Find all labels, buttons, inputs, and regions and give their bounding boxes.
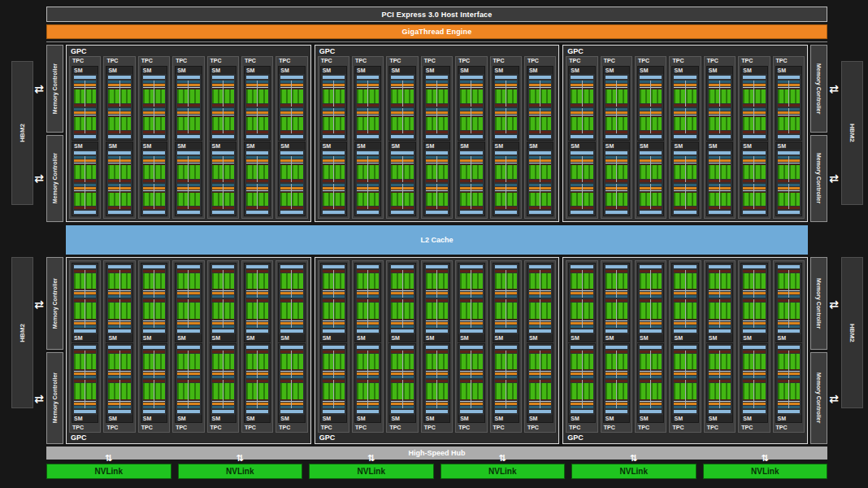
- core-array: [74, 384, 85, 401]
- processing-block: [789, 184, 800, 210]
- load-store-texture-bar: [674, 300, 684, 303]
- processing-block: [778, 184, 788, 210]
- register-file-bar: [177, 156, 188, 159]
- warp-scheduler-bar: [108, 293, 119, 295]
- load-store-texture-bar: [754, 207, 765, 209]
- dispatch-line: [391, 372, 401, 373]
- register-file-bar: [143, 108, 154, 111]
- processing-block-row: [674, 351, 696, 379]
- load-store-texture-bar: [224, 351, 234, 353]
- warp-scheduler-bar: [789, 84, 800, 86]
- load-store-texture-bar: [617, 351, 627, 353]
- sm-label: SM: [458, 415, 484, 422]
- load-store-texture-bar: [720, 180, 731, 182]
- warp-scheduler-bar: [617, 84, 627, 86]
- register-file-bar: [709, 406, 719, 408]
- processing-block-row: [280, 381, 302, 409]
- warp-scheduler-bar: [224, 159, 234, 162]
- processing-block: [651, 351, 662, 379]
- memory-bidirectional-arrow-icon: ⇄: [827, 298, 841, 310]
- warp-scheduler-bar: [495, 322, 506, 325]
- core-array: [74, 192, 85, 207]
- warp-scheduler-bar: [189, 84, 199, 86]
- dispatch-line: [437, 115, 448, 115]
- core-array: [460, 384, 471, 401]
- core-array: [323, 303, 333, 320]
- core-array: [334, 354, 345, 371]
- core-array: [743, 384, 753, 401]
- chip-outline-top: [46, 41, 827, 42]
- processing-block: [471, 270, 482, 298]
- core-array: [85, 192, 96, 207]
- processing-block: [529, 184, 540, 210]
- processing-block: [154, 156, 165, 182]
- dispatch-line: [437, 190, 448, 191]
- processing-block-row: [426, 351, 448, 379]
- core-array: [789, 89, 800, 103]
- sm-label: SM: [638, 334, 663, 342]
- warp-scheduler-bar: [368, 403, 379, 405]
- core-array: [778, 384, 788, 401]
- processing-block: [674, 108, 684, 134]
- core-array: [605, 192, 616, 207]
- processing-block: [143, 381, 154, 409]
- warp-scheduler-bar: [177, 373, 188, 376]
- sm-block: SM: [106, 343, 132, 423]
- sm-label: SM: [355, 334, 380, 342]
- warp-scheduler-bar: [334, 322, 345, 325]
- processing-block-row: [674, 270, 696, 298]
- core-array: [583, 192, 593, 207]
- processing-block-row: [778, 156, 800, 182]
- load-store-texture-bar: [583, 300, 593, 303]
- warp-scheduler-bar: [391, 322, 401, 325]
- load-store-texture-bar: [85, 104, 96, 107]
- core-array: [357, 89, 367, 103]
- register-file-bar: [686, 184, 697, 186]
- dispatch-line: [651, 372, 662, 373]
- chip-core-area: Memory ControllerMemory ControllerMemory…: [46, 45, 827, 444]
- core-array: [154, 89, 165, 103]
- sm-label: SM: [493, 334, 519, 342]
- register-file-bar: [426, 325, 436, 328]
- shared-memory-cache-bar: [709, 265, 731, 268]
- load-store-texture-bar: [686, 131, 697, 133]
- core-array: [651, 164, 662, 179]
- instruction-cache-bar: [357, 329, 379, 333]
- register-file-bar: [471, 81, 482, 83]
- sm-internals: [210, 344, 236, 415]
- processing-block: [280, 108, 291, 134]
- warp-scheduler-bar: [224, 322, 234, 325]
- tpc-label: TPC: [740, 424, 767, 432]
- shared-memory-cache-bar: [357, 211, 379, 214]
- warp-scheduler-bar: [120, 322, 131, 325]
- dispatch-line: [720, 320, 731, 321]
- core-array: [154, 354, 165, 371]
- dispatch-line: [709, 115, 719, 115]
- load-store-texture-bar: [292, 351, 302, 353]
- core-array: [778, 303, 788, 320]
- load-store-texture-bar: [506, 207, 517, 209]
- load-store-texture-bar: [778, 131, 788, 133]
- sm-label: SM: [141, 334, 167, 342]
- sm-internals: [707, 150, 732, 216]
- dispatch-line: [495, 291, 506, 292]
- gpc-block: GPCTPCSMSMTPCSMSMTPCSMSMTPCSMSMTPCSMSMTP…: [66, 257, 311, 444]
- register-file-bar: [789, 377, 800, 379]
- processing-block: [74, 300, 85, 329]
- register-file-bar: [224, 184, 234, 186]
- gpc-block: GPCTPCSMSMTPCSMSMTPCSMSMTPCSMSMTPCSMSMTP…: [315, 45, 560, 222]
- register-file-bar: [720, 377, 731, 379]
- warp-scheduler-bar: [74, 159, 85, 162]
- register-file-bar: [789, 325, 800, 328]
- warp-scheduler-bar: [471, 159, 482, 162]
- register-file-bar: [540, 108, 551, 111]
- processing-block-row: [778, 184, 800, 210]
- core-array: [246, 192, 257, 207]
- dispatch-line: [789, 87, 800, 88]
- core-array: [506, 273, 517, 290]
- register-file-bar: [323, 108, 333, 111]
- load-store-texture-bar: [778, 207, 788, 209]
- load-store-texture-bar: [709, 180, 719, 182]
- load-store-texture-bar: [280, 381, 291, 383]
- warp-scheduler-bar: [709, 373, 719, 376]
